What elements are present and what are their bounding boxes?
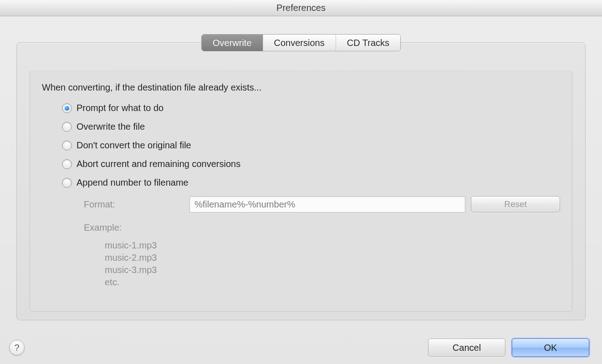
help-icon: ? bbox=[14, 343, 19, 353]
radio-indicator bbox=[62, 103, 72, 113]
tab-overwrite[interactable]: Overwrite bbox=[202, 35, 263, 51]
lead-text: When converting, if the destination file… bbox=[42, 82, 560, 93]
help-button[interactable]: ? bbox=[9, 340, 25, 355]
format-area: Format: Reset Example: music-1.mp3 music… bbox=[42, 196, 560, 288]
radio-label: Don't convert the original file bbox=[77, 140, 191, 151]
format-row: Format: Reset bbox=[84, 196, 560, 212]
radio-indicator bbox=[62, 159, 72, 169]
example-line: music-2.mp3 bbox=[105, 252, 560, 264]
tab-conversions[interactable]: Conversions bbox=[263, 35, 336, 51]
format-input[interactable] bbox=[189, 196, 465, 212]
format-label: Format: bbox=[84, 199, 184, 210]
reset-button[interactable]: Reset bbox=[471, 196, 560, 212]
radio-label: Abort current and remaining conversions bbox=[77, 159, 240, 169]
tab-cd-tracks[interactable]: CD Tracks bbox=[336, 35, 400, 51]
radio-append-number[interactable]: Append number to filename bbox=[62, 177, 560, 188]
cancel-button[interactable]: Cancel bbox=[428, 339, 505, 357]
radio-prompt[interactable]: Prompt for what to do bbox=[62, 103, 560, 113]
window-body: Overwrite Conversions CD Tracks Overwrit… bbox=[0, 16, 602, 364]
radio-indicator bbox=[62, 178, 72, 188]
dialog-footer: ? Cancel OK bbox=[0, 331, 602, 364]
example-list: music-1.mp3 music-2.mp3 music-3.mp3 etc. bbox=[84, 239, 560, 288]
radio-label: Append number to filename bbox=[77, 177, 189, 188]
radio-group: Prompt for what to do Overwrite the file… bbox=[42, 103, 560, 188]
radio-label: Overwrite the file bbox=[77, 121, 145, 132]
example-line: music-3.mp3 bbox=[105, 264, 560, 276]
radio-dont-convert[interactable]: Don't convert the original file bbox=[62, 140, 560, 151]
example-line: music-1.mp3 bbox=[105, 239, 560, 252]
example-label: Example: bbox=[84, 222, 560, 233]
window-titlebar: Preferences bbox=[0, 0, 602, 16]
tab-bar: Overwrite Conversions CD Tracks bbox=[0, 34, 602, 51]
example-line: etc. bbox=[105, 276, 560, 288]
window-title: Preferences bbox=[276, 3, 326, 13]
radio-indicator bbox=[62, 122, 72, 132]
radio-overwrite[interactable]: Overwrite the file bbox=[62, 121, 560, 132]
radio-label: Prompt for what to do bbox=[77, 103, 163, 113]
radio-indicator bbox=[62, 141, 72, 151]
group-panel: When converting, if the destination file… bbox=[30, 71, 572, 312]
tab-control: Overwrite Conversions CD Tracks bbox=[201, 34, 401, 51]
ok-button[interactable]: OK bbox=[512, 339, 589, 357]
overwrite-options-group: Overwrite Options When converting, if th… bbox=[16, 42, 586, 320]
radio-abort[interactable]: Abort current and remaining conversions bbox=[62, 159, 560, 169]
